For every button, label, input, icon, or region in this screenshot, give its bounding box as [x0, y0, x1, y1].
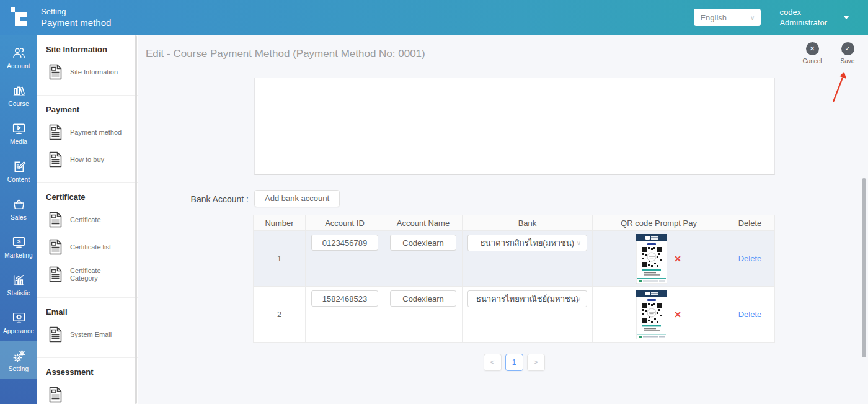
subnav-section-payment: Payment Payment method How to buy [37, 95, 138, 182]
sidebar-item-label: Setting [9, 366, 29, 372]
subnav-section-site-information: Site Information Site Information [37, 35, 138, 95]
subnav-item-label: Certificate [70, 216, 101, 223]
page-scrollbar[interactable] [862, 178, 866, 357]
pencil-paper-icon [11, 159, 27, 174]
col-header-delete: Delete [725, 215, 774, 230]
sidebar-item-label: Course [8, 101, 29, 107]
bank-select-value: ธนาคารกสิกรไทย(มหาชน) [480, 236, 574, 249]
subnav-item-label: System Email [70, 331, 112, 338]
sidebar-item-course[interactable]: Course [0, 76, 37, 114]
bank-account-label: Bank Account : [138, 194, 249, 204]
main-content: Edit - Course Payment Method (Payment Me… [138, 35, 868, 404]
chevron-down-icon: ∨ [577, 295, 581, 302]
chevron-down-icon: ∨ [577, 240, 581, 246]
account-id-input[interactable] [311, 290, 378, 307]
subnav-item-how-to-buy[interactable]: How to buy [46, 150, 130, 169]
pagination: < 1 > [253, 354, 775, 371]
subnav-item-certificate[interactable]: Certificate [46, 210, 130, 229]
check-icon: ✓ [841, 42, 854, 55]
document-icon [46, 123, 64, 141]
bank-select[interactable]: ธนาคารไทยพาณิชย์(มหาชน) ∨ [467, 290, 587, 307]
subnav-section-assessment: Assessment [37, 357, 138, 404]
pagination-next-button[interactable]: > [527, 354, 545, 371]
sidebar-item-content[interactable]: Content [0, 152, 37, 190]
subnav-item-system-email[interactable]: System Email [46, 325, 130, 344]
sidebar-item-apperance[interactable]: Apperance [0, 303, 37, 341]
subnav-item-certificate-category[interactable]: Certificate Category [46, 265, 130, 284]
user-menu[interactable]: codex Administrator [779, 7, 849, 28]
language-select-value: English [700, 13, 727, 22]
app-logo-icon [8, 6, 30, 29]
add-bank-account-button[interactable]: Add bank account [254, 190, 340, 207]
delete-row-link[interactable]: Delete [738, 254, 762, 263]
subnav-item-label: Site Information [70, 68, 118, 76]
user-name: codex [779, 7, 827, 17]
document-icon [46, 238, 64, 256]
monitor-gear-icon [11, 310, 27, 326]
document-icon [46, 265, 64, 284]
close-icon: ✕ [806, 42, 819, 55]
table-header-row: Number Account ID Account Name Bank QR c… [253, 215, 775, 231]
subnav-item-site-information[interactable]: Site Information [46, 63, 130, 81]
subnav-item-label: How to buy [70, 156, 104, 163]
document-icon [46, 150, 64, 169]
sidebar-item-setting[interactable]: Setting [0, 341, 37, 379]
bank-select-value: ธนาคารไทยพาณิชย์(มหาชน) [476, 292, 578, 305]
col-header-account-name: Account Name [384, 215, 463, 230]
caret-down-icon [843, 16, 849, 19]
row-number: 2 [254, 287, 306, 342]
sidebar-item-label: Content [7, 176, 30, 183]
account-name-input[interactable] [390, 290, 456, 307]
sidebar-item-label: Marketing [4, 252, 33, 259]
pagination-prev-button[interactable]: < [484, 354, 502, 371]
document-icon [46, 63, 64, 81]
chevron-down-icon: ∨ [750, 14, 755, 21]
subnav-item-partial[interactable] [46, 385, 130, 404]
subnav-section-title: Assessment [46, 367, 130, 377]
row-number: 1 [254, 231, 306, 286]
col-header-bank: Bank [463, 215, 593, 230]
annotation-arrow [828, 70, 850, 106]
page-title: Edit - Course Payment Method (Payment Me… [146, 48, 425, 60]
breadcrumb: Setting Payment method [41, 6, 111, 29]
subnav-section-email: Email System Email [37, 297, 138, 357]
svg-text:$: $ [17, 238, 20, 245]
users-icon [11, 45, 27, 61]
sidebar-item-media[interactable]: Media [0, 114, 37, 152]
bar-chart-icon [11, 272, 27, 288]
subnav-section-title: Site Information [46, 45, 130, 54]
remove-image-button[interactable]: ✕ [674, 254, 681, 264]
breadcrumb-page: Payment method [41, 17, 111, 29]
subnav-section-certificate: Certificate Certificate Certificate list… [37, 182, 138, 297]
col-header-number: Number [254, 215, 306, 230]
delete-row-link[interactable]: Delete [738, 310, 762, 319]
sidebar-item-account[interactable]: Account [0, 38, 37, 76]
bank-account-table: Number Account ID Account Name Bank QR c… [253, 215, 775, 343]
books-icon [11, 83, 27, 99]
sidebar-item-marketing[interactable]: $ Marketing [0, 228, 37, 266]
save-button[interactable]: ✓ Save [833, 42, 862, 65]
document-icon [46, 385, 64, 404]
subnav-item-label: Certificate list [70, 243, 111, 251]
description-textarea[interactable] [254, 78, 775, 175]
col-header-account-id: Account ID [306, 215, 384, 230]
table-row: 1 ธนาคารกสิกรไทย(มหาชน) ∨ [253, 231, 775, 287]
account-id-input[interactable] [311, 235, 378, 251]
thai-qr-payment-image [636, 290, 667, 339]
subnav-section-title: Email [46, 307, 130, 316]
subnav-scrollbar[interactable] [135, 35, 137, 404]
pagination-page-1-button[interactable]: 1 [505, 354, 523, 371]
subnav-item-payment-method[interactable]: Payment method [46, 123, 130, 141]
remove-image-button[interactable]: ✕ [674, 310, 681, 320]
save-button-label: Save [833, 58, 862, 65]
account-name-input[interactable] [390, 235, 456, 251]
language-select[interactable]: English ∨ [694, 9, 761, 26]
user-role: Administrator [779, 17, 827, 28]
table-row: 2 ธนาคารไทยพาณิชย์(มหาชน) ∨ [253, 287, 775, 343]
col-header-qr: QR code Prompt Pay [593, 215, 725, 230]
cancel-button[interactable]: ✕ Cancel [798, 42, 826, 65]
sidebar-item-sales[interactable]: Sales [0, 190, 37, 228]
sidebar-item-statistic[interactable]: Statistic [0, 266, 37, 303]
subnav-item-certificate-list[interactable]: Certificate list [46, 238, 130, 256]
bank-select[interactable]: ธนาคารกสิกรไทย(มหาชน) ∨ [467, 235, 587, 251]
